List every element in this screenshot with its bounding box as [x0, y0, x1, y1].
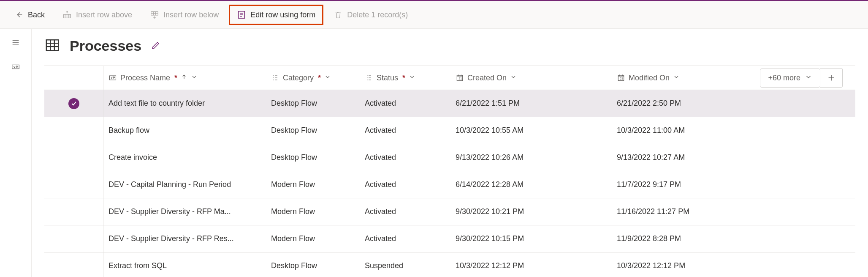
cell-category[interactable]: Desktop Flow — [266, 90, 360, 117]
column-label: Modified On — [629, 74, 670, 82]
insert-row-above-button[interactable]: Insert row above — [55, 5, 140, 25]
cell-status[interactable]: Activated — [360, 171, 450, 198]
cell-modified-on[interactable]: 9/13/2022 10:27 AM — [612, 144, 773, 171]
svg-rect-4 — [46, 40, 59, 50]
trash-icon — [334, 10, 343, 19]
cell-category[interactable]: Modern Flow — [266, 225, 360, 252]
cell-status[interactable]: Activated — [360, 198, 450, 225]
column-label: Process Name — [120, 74, 170, 82]
checkmark-icon — [68, 98, 79, 109]
cell-created-on[interactable]: 9/30/2022 10:21 PM — [450, 198, 612, 225]
svg-text:21: 21 — [459, 77, 462, 80]
row-select-cell[interactable] — [44, 144, 103, 171]
cell-status[interactable]: Suspended — [360, 252, 450, 277]
cell-category-value: Desktop Flow — [271, 261, 317, 270]
cell-process-name[interactable]: Add text file to country folder — [103, 90, 266, 117]
column-header-status[interactable]: Status* — [360, 66, 450, 90]
cell-process-name[interactable]: DEV - Supplier Diversity - RFP Ma... — [103, 198, 266, 225]
cell-modified-on-value: 10/3/2022 11:00 AM — [617, 126, 685, 135]
cell-category[interactable]: Desktop Flow — [266, 252, 360, 277]
cell-created-on[interactable]: 9/13/2022 10:26 AM — [450, 144, 612, 171]
cell-created-on-value: 6/21/2022 1:51 PM — [456, 99, 520, 108]
cell-process-name[interactable]: Backup flow — [103, 117, 266, 144]
rail-text-field-button[interactable] — [7, 58, 24, 75]
cell-modified-on[interactable]: 6/21/2022 2:50 PM — [612, 90, 773, 117]
cell-created-on[interactable]: 6/21/2022 1:51 PM — [450, 90, 612, 117]
cell-process-name[interactable]: DEV - Capital Planning - Run Period — [103, 171, 266, 198]
cell-process-name[interactable]: Create invoice — [103, 144, 266, 171]
table-row[interactable]: DEV - Supplier Diversity - RFP Res...Mod… — [44, 225, 855, 252]
cell-created-on[interactable]: 10/3/2022 10:55 AM — [450, 117, 612, 144]
cell-category-value: Modern Flow — [271, 207, 315, 216]
required-indicator: * — [174, 74, 177, 82]
edit-title-button[interactable] — [151, 40, 161, 52]
chevron-down-icon — [673, 74, 680, 82]
cell-process-name-value: Add text file to country folder — [108, 99, 205, 108]
table-row[interactable]: DEV - Capital Planning - Run PeriodModer… — [44, 171, 855, 198]
cell-category[interactable]: Modern Flow — [266, 198, 360, 225]
row-select-cell[interactable] — [44, 117, 103, 144]
table-row[interactable]: Add text file to country folderDesktop F… — [44, 90, 855, 117]
more-columns-button[interactable]: +60 more — [760, 69, 820, 88]
cell-status[interactable]: Activated — [360, 90, 450, 117]
column-header-category[interactable]: Category* — [266, 66, 360, 90]
back-button[interactable]: Back — [7, 5, 52, 25]
svg-rect-3 — [12, 65, 19, 69]
cell-status-value: Activated — [365, 207, 396, 216]
cell-category[interactable]: Modern Flow — [266, 171, 360, 198]
insert-row-above-icon — [62, 10, 72, 19]
cell-created-on[interactable]: 10/3/2022 12:12 PM — [450, 252, 612, 277]
row-select-cell[interactable] — [44, 90, 103, 117]
row-select-cell[interactable] — [44, 225, 103, 252]
cell-modified-on[interactable]: 11/9/2022 8:28 PM — [612, 225, 773, 252]
cell-category[interactable]: Desktop Flow — [266, 117, 360, 144]
select-all-column[interactable] — [44, 66, 103, 90]
cell-created-on[interactable]: 9/30/2022 10:15 PM — [450, 225, 612, 252]
cell-created-on[interactable]: 6/14/2022 12:28 AM — [450, 171, 612, 198]
calendar-icon: 21 — [617, 74, 625, 82]
cell-process-name[interactable]: DEV - Supplier Diversity - RFP Res... — [103, 225, 266, 252]
cell-category[interactable]: Desktop Flow — [266, 144, 360, 171]
cell-status[interactable]: Activated — [360, 117, 450, 144]
rail-menu-button[interactable] — [7, 34, 24, 51]
table-row[interactable]: Backup flowDesktop FlowActivated10/3/202… — [44, 117, 855, 144]
cell-created-on-value: 10/3/2022 12:12 PM — [456, 261, 524, 270]
cell-process-name-value: DEV - Capital Planning - Run Period — [108, 180, 231, 189]
cell-status-value: Suspended — [365, 261, 403, 270]
cell-process-name-value: Backup flow — [108, 126, 149, 135]
calendar-icon: 21 — [456, 74, 464, 82]
cell-process-name-value: DEV - Supplier Diversity - RFP Res... — [108, 234, 234, 243]
option-set-icon — [271, 74, 279, 82]
cell-modified-on-value: 6/21/2022 2:50 PM — [617, 99, 681, 108]
cell-process-name[interactable]: Extract from SQL — [103, 252, 266, 277]
column-header-created-on[interactable]: 21 Created On — [450, 66, 612, 90]
cell-category-value: Modern Flow — [271, 180, 315, 189]
row-select-cell[interactable] — [44, 171, 103, 198]
cell-modified-on[interactable]: 11/7/2022 9:17 PM — [612, 171, 773, 198]
cell-modified-on-value: 11/16/2022 11:27 PM — [617, 207, 689, 216]
edit-row-form-label: Edit row using form — [250, 11, 315, 19]
edit-row-form-button[interactable]: Edit row using form — [229, 5, 323, 25]
insert-row-below-button[interactable]: Insert row below — [142, 5, 226, 25]
table-row[interactable]: Create invoiceDesktop FlowActivated9/13/… — [44, 144, 855, 171]
column-header-modified-on[interactable]: 21 Modified On — [612, 66, 773, 90]
table-row[interactable]: DEV - Supplier Diversity - RFP Ma...Mode… — [44, 198, 855, 225]
cell-category-value: Desktop Flow — [271, 126, 317, 135]
cell-process-name-value: DEV - Supplier Diversity - RFP Ma... — [108, 207, 231, 216]
cell-status[interactable]: Activated — [360, 144, 450, 171]
page-header: Processes — [44, 37, 855, 55]
cell-modified-on[interactable]: 10/3/2022 12:12 PM — [612, 252, 773, 277]
row-select-cell[interactable] — [44, 252, 103, 277]
table-row[interactable]: Extract from SQLDesktop FlowSuspended10/… — [44, 252, 855, 277]
cell-status[interactable]: Activated — [360, 225, 450, 252]
row-select-cell[interactable] — [44, 198, 103, 225]
column-header-process-name[interactable]: Process Name* — [103, 66, 266, 90]
cell-category-value: Desktop Flow — [271, 99, 317, 108]
cell-modified-on[interactable]: 11/16/2022 11:27 PM — [612, 198, 773, 225]
cell-status-value: Activated — [365, 99, 396, 108]
cell-created-on-value: 9/30/2022 10:21 PM — [456, 207, 524, 216]
add-column-button[interactable] — [820, 68, 843, 88]
cell-modified-on[interactable]: 10/3/2022 11:00 AM — [612, 117, 773, 144]
cell-status-value: Activated — [365, 126, 396, 135]
delete-record-button[interactable]: Delete 1 record(s) — [326, 5, 415, 25]
